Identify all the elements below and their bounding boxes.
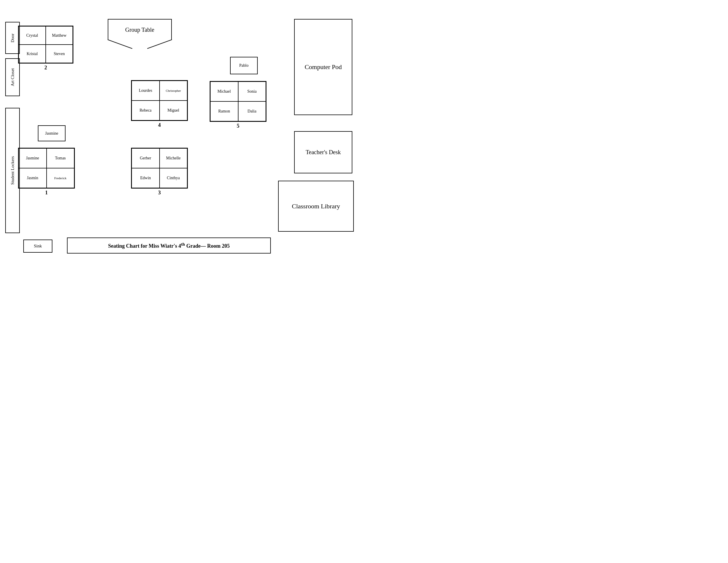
desk-miguel[interactable]: Miguel [160, 100, 188, 120]
group-2-number: 2 [18, 65, 73, 71]
desk-steven[interactable]: Steven [46, 45, 73, 63]
group-1: Jasmine Tomas Jasmin Frederick 1 [18, 148, 75, 196]
title-bar: Seating Chart for Miss Wiatr's 4th Grade… [67, 237, 271, 253]
desk-crystal[interactable]: Crystal [19, 26, 46, 45]
desk-michelle[interactable]: Michelle [160, 148, 188, 168]
group-1-number: 1 [18, 190, 75, 196]
desk-christopher[interactable]: Christopher [160, 81, 188, 100]
desk-edwin[interactable]: Edwin [132, 168, 160, 188]
art-closet: Art Closet [5, 58, 20, 96]
group-5-number: 5 [210, 123, 266, 129]
desk-ramon[interactable]: Ramon [210, 101, 238, 121]
desk-matthew[interactable]: Matthew [46, 26, 73, 45]
group-4-number: 4 [131, 122, 188, 128]
computer-pod: Computer Pod [294, 19, 352, 115]
classroom-library: Classroom Library [278, 181, 354, 232]
group-3: Gerber Michelle Edwin Cinthya 3 [131, 148, 188, 196]
room-container: Door Art Closet Student Lockers Group Ta… [0, 0, 364, 282]
student-lockers: Student Lockers [5, 108, 20, 233]
desk-pablo-solo[interactable]: Pablo [230, 57, 258, 74]
desk-tomas[interactable]: Tomas [47, 148, 75, 168]
group-5: Michael Sonia Ramon Dalia 5 [210, 81, 266, 129]
desk-frederick[interactable]: Frederick [47, 168, 75, 188]
sink: Sink [23, 239, 52, 253]
title-text: Seating Chart for Miss Wiatr's 4th Grade… [108, 242, 229, 249]
desk-jasmine[interactable]: Jasmine [19, 148, 47, 168]
desk-rebeca[interactable]: Rebeca [132, 100, 160, 120]
desk-lourdes[interactable]: Lourdes [132, 81, 160, 100]
group-3-number: 3 [131, 190, 188, 196]
desk-michael[interactable]: Michael [210, 82, 238, 101]
teachers-desk: Teacher's Desk [294, 131, 352, 173]
desk-gerber[interactable]: Gerber [132, 148, 160, 168]
group-4: Lourdes Christopher Rebeca Miguel 4 [131, 80, 188, 128]
desk-kristal[interactable]: Kristal [19, 45, 46, 63]
door: Door [5, 22, 20, 54]
desk-dalia[interactable]: Dalia [238, 101, 266, 121]
desk-jasmine-solo[interactable]: Jasmine [38, 125, 66, 141]
desk-sonia[interactable]: Sonia [238, 82, 266, 101]
desk-jasmin[interactable]: Jasmin [19, 168, 47, 188]
group-table-area: Group Table [108, 19, 172, 50]
group-table-label: Group Table [108, 19, 172, 40]
group-2: Crystal Matthew Kristal Steven 2 [18, 26, 73, 71]
desk-cinthya[interactable]: Cinthya [160, 168, 188, 188]
